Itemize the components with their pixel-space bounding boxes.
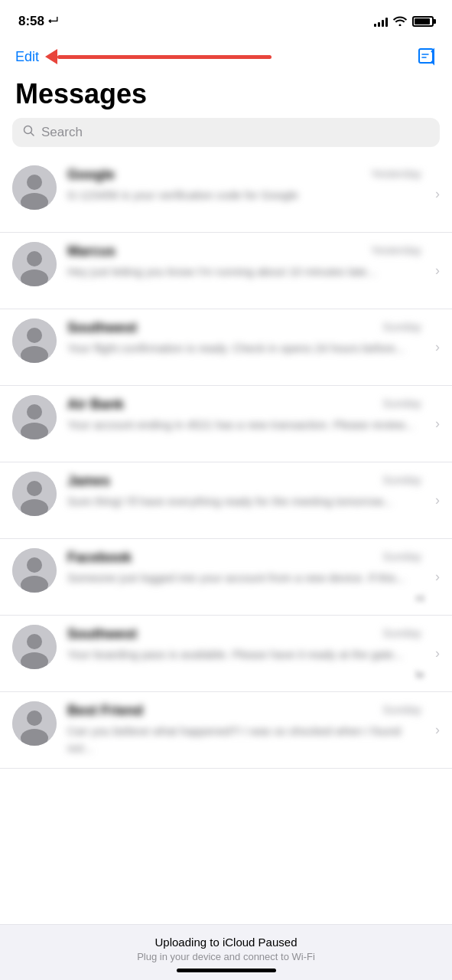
page-title: Messages: [0, 75, 452, 118]
location-icon: ⮠: [48, 16, 58, 28]
message-content: Google Yesterday G-123456 is your verifi…: [67, 165, 421, 204]
signal-bars-icon: [374, 16, 388, 27]
svg-point-21: [27, 634, 42, 649]
home-indicator: [177, 969, 276, 972]
message-preview: Your account ending in 4521 has a new tr…: [67, 416, 421, 433]
arrow-head-icon: [45, 49, 57, 64]
message-time: Sunday: [382, 550, 421, 563]
avatar: [12, 242, 57, 286]
avatar: [12, 165, 57, 210]
chevron-right-icon: ›: [435, 186, 440, 202]
chevron-right-icon: ›: [435, 492, 440, 508]
time-display: 8:58: [18, 14, 44, 29]
svg-rect-0: [419, 49, 433, 63]
truncated-text: le: [415, 668, 424, 681]
contact-name: James: [67, 473, 376, 489]
nav-bar: Edit: [0, 38, 452, 75]
search-container: Search: [0, 118, 452, 156]
notification-subtitle: Plug in your device and connect to Wi-Fi: [15, 951, 437, 962]
avatar: [12, 472, 57, 516]
message-header: Best Friend Sunday: [67, 703, 421, 719]
message-time: Yesterday: [371, 167, 421, 180]
message-time: Sunday: [382, 626, 421, 639]
arrow-annotation: [46, 49, 272, 64]
wifi-icon: [393, 15, 407, 28]
message-header: Southwest Sunday: [67, 626, 421, 642]
svg-point-24: [27, 710, 42, 726]
message-item[interactable]: Southwest Sunday Your boarding pass is a…: [0, 616, 452, 692]
svg-point-9: [27, 328, 42, 343]
message-preview: Your boarding pass is available. Please …: [67, 646, 421, 663]
status-time: 8:58 ⮠: [18, 14, 58, 29]
svg-point-3: [27, 175, 42, 190]
contact-name: Southwest: [67, 626, 376, 642]
bottom-notification: Uploading to iCloud Paused Plug in your …: [0, 924, 452, 980]
chevron-right-icon: ›: [435, 263, 440, 279]
message-preview: G-123456 is your verification code for G…: [67, 187, 421, 204]
message-content: Facebook Sunday Someone just logged into…: [67, 548, 421, 586]
search-bar[interactable]: Search: [12, 118, 440, 147]
message-header: Marcus Yesterday: [67, 243, 421, 260]
contact-name: Facebook: [67, 550, 376, 566]
svg-point-12: [27, 404, 42, 420]
truncated-text: ni: [415, 591, 424, 604]
contact-name: Marcus: [67, 243, 365, 260]
contact-name: Best Friend: [67, 703, 376, 719]
message-list: Google Yesterday G-123456 is your verifi…: [0, 156, 452, 769]
message-item[interactable]: Best Friend Sunday Can you believe what …: [0, 692, 452, 769]
svg-point-18: [27, 557, 42, 573]
message-header: Facebook Sunday: [67, 550, 421, 566]
message-preview: Sure thing! I'll have everything ready f…: [67, 493, 421, 510]
message-time: Sunday: [382, 703, 421, 716]
chevron-right-icon: ›: [435, 339, 440, 355]
notification-title: Uploading to iCloud Paused: [15, 936, 437, 949]
message-item[interactable]: Southwest Sunday Your flight confirmatio…: [0, 309, 452, 386]
message-header: Southwest Sunday: [67, 320, 421, 336]
search-icon: [23, 125, 35, 140]
svg-point-6: [27, 251, 42, 266]
chevron-right-icon: ›: [435, 569, 440, 585]
message-time: Yesterday: [371, 243, 421, 256]
avatar: [12, 318, 57, 363]
message-item[interactable]: Air Bank Sunday Your account ending in 4…: [0, 386, 452, 462]
message-header: Air Bank Sunday: [67, 397, 421, 413]
avatar: [12, 548, 57, 593]
message-item[interactable]: Google Yesterday G-123456 is your verifi…: [0, 156, 452, 233]
message-header: James Sunday: [67, 473, 421, 489]
message-preview: Someone just logged into your account fr…: [67, 570, 421, 586]
svg-point-15: [27, 481, 42, 496]
avatar: [12, 701, 57, 746]
status-bar: 8:58 ⮠: [0, 0, 452, 38]
battery-icon: [412, 16, 434, 27]
message-content: Southwest Sunday Your boarding pass is a…: [67, 625, 421, 663]
message-time: Sunday: [382, 320, 421, 333]
message-time: Sunday: [382, 473, 421, 486]
message-preview: Your flight confirmation is ready. Check…: [67, 340, 421, 357]
status-icons: [374, 15, 434, 28]
message-item[interactable]: Facebook Sunday Someone just logged into…: [0, 539, 452, 616]
compose-button[interactable]: [417, 47, 437, 67]
message-content: Air Bank Sunday Your account ending in 4…: [67, 395, 421, 433]
search-placeholder: Search: [41, 125, 83, 140]
message-preview: Can you believe what happened?! I was so…: [67, 723, 421, 756]
message-content: James Sunday Sure thing! I'll have every…: [67, 472, 421, 510]
message-item[interactable]: James Sunday Sure thing! I'll have every…: [0, 462, 452, 539]
arrow-line: [57, 55, 272, 59]
message-content: Marcus Yesterday Hey just letting you kn…: [67, 242, 421, 280]
avatar: [12, 625, 57, 669]
contact-name: Southwest: [67, 320, 376, 336]
message-item[interactable]: Marcus Yesterday Hey just letting you kn…: [0, 233, 452, 309]
chevron-right-icon: ›: [435, 645, 440, 662]
message-header: Google Yesterday: [67, 167, 421, 183]
chevron-right-icon: ›: [435, 416, 440, 432]
message-time: Sunday: [382, 397, 421, 410]
message-content: Southwest Sunday Your flight confirmatio…: [67, 318, 421, 357]
message-content: Best Friend Sunday Can you believe what …: [67, 701, 421, 756]
compose-icon: [417, 47, 437, 67]
contact-name: Google: [67, 167, 365, 183]
message-preview: Hey just letting you know I'm running ab…: [67, 263, 421, 280]
contact-name: Air Bank: [67, 397, 376, 413]
avatar: [12, 395, 57, 439]
edit-button[interactable]: Edit: [15, 46, 39, 68]
chevron-right-icon: ›: [435, 722, 440, 738]
